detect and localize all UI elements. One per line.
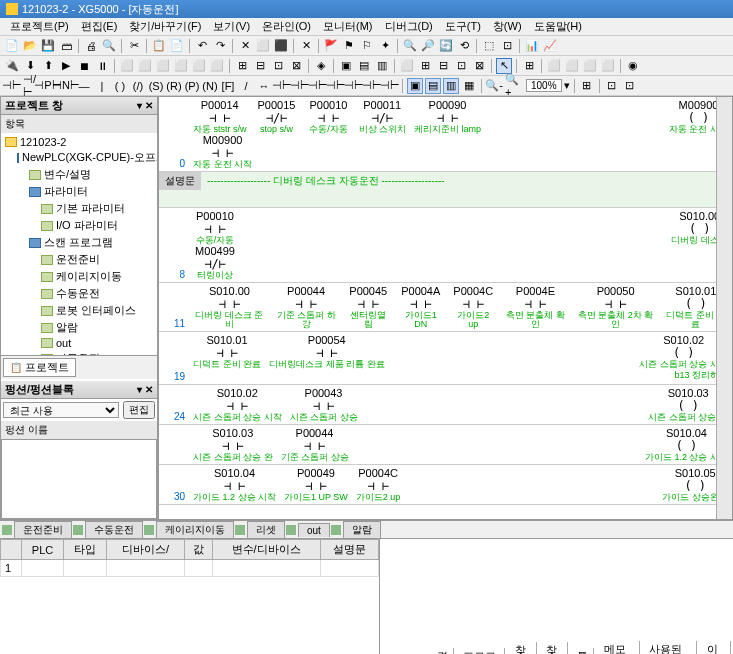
coil-output[interactable]: S010.02( )시즌 스톱퍼 상승 시작 <box>639 334 728 369</box>
tool-icon[interactable]: 📈 <box>542 38 558 54</box>
panel-close-icon[interactable]: ▾ ✕ <box>137 100 153 111</box>
recent-select[interactable]: 최근 사용 <box>3 402 119 418</box>
tool-icon[interactable]: ⊣⊢ <box>328 78 344 94</box>
open-icon[interactable]: 📂 <box>22 38 38 54</box>
result-tab[interactable]: 찾기 2 <box>542 642 568 654</box>
tool-icon[interactable]: ▤ <box>356 58 372 74</box>
tool-icon[interactable]: ⊞ <box>521 58 537 74</box>
tool-icon[interactable]: ⊡ <box>604 78 620 94</box>
tool-icon[interactable]: ⬜ <box>119 58 135 74</box>
download-icon[interactable]: ⬇ <box>22 58 38 74</box>
tree-item[interactable]: out <box>3 336 155 350</box>
zoom-dropdown-icon[interactable]: ▾ <box>564 79 570 92</box>
tree-item[interactable]: I/O 파라미터 <box>3 217 155 234</box>
save-icon[interactable]: 💾 <box>40 38 56 54</box>
table-header[interactable]: PLC <box>21 540 63 560</box>
edit-button[interactable]: 편집 <box>123 401 155 419</box>
function-list[interactable] <box>1 439 157 519</box>
saveall-icon[interactable]: 🗃 <box>58 38 74 54</box>
tool-icon[interactable]: ⬜ <box>155 58 171 74</box>
tree-item[interactable]: 변수/설명 <box>3 166 155 183</box>
tool-icon[interactable]: ⬜ <box>137 58 153 74</box>
tree-item[interactable]: 스캔 프로그램 <box>3 234 155 251</box>
replace-icon[interactable]: ⟲ <box>456 38 472 54</box>
result-tab[interactable]: 이중 코 <box>703 641 731 655</box>
tool-icon[interactable]: ▥ <box>374 58 390 74</box>
contact-branch[interactable]: M00499⊣/⊢터링이상 <box>193 245 237 280</box>
doc-tab[interactable]: out <box>298 523 330 537</box>
find-icon[interactable]: 🔎 <box>420 38 436 54</box>
print-icon[interactable]: 🖨 <box>83 38 99 54</box>
contact[interactable]: S010.04⊣ ⊢가이드 1.2 상승 시작 <box>193 467 276 502</box>
coil-nc-icon[interactable]: (/) <box>130 78 146 94</box>
tree-item[interactable]: 로봇 인터페이스 <box>3 302 155 319</box>
zoom-level[interactable]: 100% <box>526 79 562 92</box>
table-header[interactable]: 변수/디바이스 <box>212 540 320 560</box>
contact[interactable]: P0004C⊣ ⊢가이드2 up <box>451 285 495 329</box>
tool-icon[interactable]: ⊡ <box>622 78 638 94</box>
tool-icon[interactable]: ⊣⊢ <box>346 78 362 94</box>
tool-icon[interactable]: ⬜ <box>209 58 225 74</box>
window-icon[interactable]: ⊠ <box>471 58 487 74</box>
tool-icon[interactable]: ⊣⊢ <box>292 78 308 94</box>
ladder-rung[interactable]: 11S010.00⊣ ⊢디버링 데스크 준비P00044⊣ ⊢기준 스톱퍼 하강… <box>159 283 732 332</box>
tool-icon[interactable]: ⊣⊢ <box>274 78 290 94</box>
result-body[interactable] <box>380 539 733 654</box>
tree-item[interactable]: 케이리지이동 <box>3 268 155 285</box>
contact-no-icon[interactable]: ⊣⊢ <box>4 78 20 94</box>
tool-icon[interactable]: ⬜ <box>546 58 562 74</box>
window-icon[interactable]: ⊞ <box>417 58 433 74</box>
flag-icon[interactable]: 🚩 <box>323 38 339 54</box>
contact[interactable]: P0004E⊣ ⊢측면 분출체 확인 <box>503 285 567 329</box>
tool-icon[interactable]: 📊 <box>524 38 540 54</box>
tool-icon[interactable]: ⊣⊢ <box>364 78 380 94</box>
view-icon[interactable]: ▣ <box>407 78 423 94</box>
cut-icon[interactable]: ✂ <box>126 38 142 54</box>
replace-icon[interactable]: 🔄 <box>438 38 454 54</box>
tool-icon[interactable]: ⬚ <box>481 38 497 54</box>
contact[interactable]: P00054⊣ ⊢디버링데스크 제품 리튬 완료 <box>269 334 385 369</box>
tool-icon[interactable]: ▣ <box>338 58 354 74</box>
tool-icon[interactable]: ⊡ <box>270 58 286 74</box>
tool-icon[interactable]: ⊣⊢ <box>382 78 398 94</box>
menu-window[interactable]: 창(W) <box>487 17 528 36</box>
redo-icon[interactable]: ↷ <box>212 38 228 54</box>
func-icon[interactable]: [F] <box>220 78 236 94</box>
tool-icon[interactable]: ⬜ <box>582 58 598 74</box>
table-header[interactable]: 설명문 <box>320 540 378 560</box>
undo-icon[interactable]: ↶ <box>194 38 210 54</box>
run-icon[interactable]: ▶ <box>58 58 74 74</box>
contact[interactable]: S010.00⊣ ⊢디버링 데스크 준비 <box>193 285 266 329</box>
tool-icon[interactable]: ✕ <box>237 38 253 54</box>
doc-tab[interactable]: 케이리지이동 <box>156 521 234 538</box>
result-tab[interactable]: 메모리 참조 <box>600 641 640 655</box>
contact[interactable]: P00010⊣ ⊢수동/자동 <box>193 210 237 245</box>
contact[interactable]: P00045⊣ ⊢센터링열림 <box>346 285 390 329</box>
not-icon[interactable]: / <box>238 78 254 94</box>
tool-icon[interactable]: ⊞ <box>234 58 250 74</box>
flag-icon[interactable]: ⚑ <box>341 38 357 54</box>
contact[interactable]: P00050⊣ ⊢측면 분출체 2차 확인 <box>576 285 656 329</box>
tool-icon[interactable]: ◈ <box>313 58 329 74</box>
tree-item[interactable]: 기본 파라미터 <box>3 200 155 217</box>
table-header[interactable]: 디바이스/ <box>107 540 185 560</box>
copy-icon[interactable]: 📋 <box>151 38 167 54</box>
table-header[interactable]: 값 <box>184 540 212 560</box>
contact[interactable]: P00090⊣ ⊢케리지준비 lamp <box>414 99 481 134</box>
ladder-rung[interactable]: 0P00014⊣ ⊢자동 ststr s/wP00015⊣/⊢stop s/wP… <box>159 97 732 172</box>
result-tab[interactable]: 사용된 디바이스 <box>645 641 697 655</box>
contact[interactable]: P00044⊣ ⊢기준 스톱퍼 하강 <box>274 285 338 329</box>
contact[interactable]: S010.03⊣ ⊢시즌 스톱퍼 상승 완 <box>193 427 273 462</box>
pause-icon[interactable]: ⏸ <box>94 58 110 74</box>
tool-icon[interactable]: ⊠ <box>288 58 304 74</box>
contact[interactable]: P00044⊣ ⊢기준 스톱퍼 상승 <box>281 427 349 462</box>
project-tab[interactable]: 📋 프로젝트 <box>3 358 76 377</box>
view-icon[interactable]: ▦ <box>461 78 477 94</box>
zoom-in-icon[interactable]: 🔍+ <box>504 78 520 94</box>
result-tab[interactable]: 프로그램 검사 <box>459 648 505 654</box>
window-icon[interactable]: ⊡ <box>453 58 469 74</box>
tree-item[interactable]: 수동운전 <box>3 285 155 302</box>
tree-item[interactable]: 운전준비 <box>3 251 155 268</box>
menu-tools[interactable]: 도구(T) <box>439 17 487 36</box>
ladder-rung[interactable]: 24S010.02⊣ ⊢시즌 스톱퍼 상승 시작P00043⊣ ⊢시즌 스톱퍼 … <box>159 385 732 425</box>
